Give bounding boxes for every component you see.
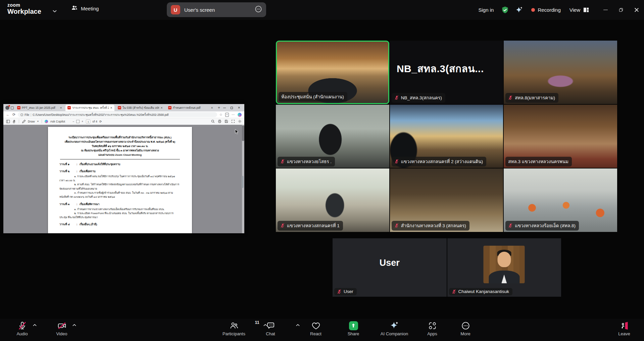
agenda-heading: วาระที่ ๔:เรื่องอื่นๆ (ถ้ามี) — [59, 223, 181, 227]
tab-title: กำหนดการหลังนธ.pdf — [173, 105, 209, 110]
restore-button[interactable] — [613, 0, 629, 20]
agenda-item: ๒. รายละเอียด PowerPoint ที่จะนำเสนอต่อ … — [59, 211, 181, 220]
pdf-file-icon — [118, 106, 121, 109]
zoom-out-icon[interactable]: − — [72, 120, 74, 123]
video-tile[interactable]: แขวงทางหลวงร้อยเอ็ด (สทล.8) — [504, 168, 617, 232]
react-button[interactable]: React — [296, 321, 336, 336]
browser-tab-2-active[interactable]: วาระการประชุม สนบ. ครั้งที่ 2-2568.p... … — [65, 105, 114, 111]
video-tile[interactable]: สทล.8(มหาสารคาม) — [504, 41, 617, 104]
screen-options-ellipsis-icon[interactable] — [255, 5, 262, 14]
chat-button[interactable]: Chat — [250, 321, 291, 336]
top-bar: zoom Workplace Meeting U User's screen S… — [0, 0, 644, 20]
back-icon[interactable]: ← — [6, 112, 10, 117]
pdf-scrollbar-thumb[interactable] — [242, 126, 244, 141]
share-button[interactable]: Share — [333, 321, 374, 336]
video-tile-chaiwut[interactable]: Chaiwut Kanjanasantisuk — [447, 238, 561, 297]
ai-companion-button[interactable]: AI Companion — [374, 321, 414, 336]
browser-minimize-icon[interactable] — [223, 108, 226, 108]
browser-profile-icon[interactable] — [5, 106, 9, 110]
video-tile-user[interactable]: User User — [333, 238, 447, 297]
tab-users-screen[interactable]: U User's screen — [167, 2, 266, 17]
heart-react-icon — [311, 321, 320, 330]
search-icon[interactable] — [211, 119, 215, 123]
page-number-input[interactable]: 1 — [86, 119, 90, 124]
logo-line2: Workplace — [7, 8, 41, 15]
participant-label: NB_สทล.3(สกลนคร) — [392, 93, 445, 103]
tab-close-icon[interactable]: ✕ — [60, 106, 62, 109]
bottom-participant-strip: User User Chaiwut Kanjanasantisuk — [333, 238, 561, 297]
tab-meeting[interactable]: Meeting — [71, 5, 99, 12]
view-button[interactable]: View — [569, 7, 589, 13]
workspace-dropdown-chevron-icon[interactable] — [52, 8, 57, 14]
participant-label: User — [334, 288, 357, 295]
browser-close-icon[interactable]: ✕ — [238, 106, 240, 109]
toc-sidebar-icon[interactable] — [6, 119, 10, 124]
video-button[interactable]: Video — [42, 321, 82, 336]
fit-page-icon[interactable] — [76, 120, 80, 123]
participant-label: แขวงทางหลวงยโสธร . — [278, 157, 335, 166]
close-button[interactable] — [629, 0, 644, 20]
tab-title: ใน 03B (สำหรับ) ข้อมเติม อ96.pdf — [122, 105, 159, 110]
draw-dropdown-chevron-icon: ▼ — [37, 120, 39, 123]
ask-copilot-button[interactable]: Ask Copilot — [45, 120, 65, 123]
audio-options-caret-icon[interactable] — [33, 324, 37, 327]
audio-button[interactable]: Audio — [2, 321, 42, 336]
rotate-icon[interactable]: ⟳ — [99, 120, 102, 123]
url-text: C:/Users/User/Desktop/สนบ/วาระการประชุมค… — [33, 112, 168, 117]
pdf-viewer-area[interactable]: ระเบียบวาระการประชุมเพื่อเตรียมการลงพื้น… — [3, 125, 244, 233]
video-options-caret-icon[interactable] — [72, 324, 77, 327]
shared-screen-scrollbar-thumb[interactable] — [242, 176, 244, 188]
ai-sparkle-icon[interactable] — [515, 6, 523, 14]
print-icon[interactable] — [218, 119, 221, 123]
hand-tool-icon[interactable] — [12, 119, 16, 124]
expand-icon[interactable] — [231, 119, 235, 123]
more-button[interactable]: More — [445, 321, 486, 336]
tab-actions-icon[interactable] — [11, 106, 14, 109]
recording-dot-icon — [531, 8, 535, 12]
collections-icon[interactable]: + — [225, 113, 229, 117]
more-label: More — [460, 331, 470, 336]
browser-tab-1[interactable]: PPT_สนบ 15 jan 2025.pdf ✕ — [15, 105, 64, 111]
video-tile-active-speaker[interactable]: ห้องประชุมสนั่น (สำนักแผนงาน) — [276, 41, 389, 104]
leave-button[interactable]: Leave — [604, 321, 644, 336]
agenda-item: ๑. รายละเอียดที่ ผสน.ขอให้มีการปรับปรุง … — [59, 175, 181, 183]
bookmark-star-icon[interactable]: ☆ — [219, 113, 222, 116]
tab-title: PPT_สนบ 15 jan 2025.pdf — [22, 105, 58, 110]
save-icon[interactable] — [225, 119, 228, 123]
video-tile[interactable]: แขวงทางหลวงสกลนครที่ 1 — [276, 168, 389, 232]
video-tile[interactable]: แขวงทางหลวงสกลนครที่ 2 (สว่างแดนดิน) — [390, 105, 503, 168]
participants-button[interactable]: 11 Participants — [214, 321, 254, 336]
sign-in-link[interactable]: Sign in — [479, 7, 494, 13]
zoom-in-icon[interactable]: + — [82, 120, 83, 123]
browser-restore-icon[interactable] — [231, 107, 233, 109]
browser-tab-4[interactable]: กำหนดการหลังนธ.pdf ✕ — [166, 105, 215, 111]
security-shield-icon[interactable] — [501, 6, 509, 14]
doc-title-line: เพื่อประกอบการประเมินผลโครงการของกรมทางห… — [59, 140, 181, 144]
browser-tab-3[interactable]: ใน 03B (สำหรับ) ข้อมเติม อ96.pdf ✕ — [116, 105, 165, 111]
settings-gear-icon[interactable] — [238, 119, 242, 123]
recording-indicator[interactable]: Recording — [531, 7, 560, 13]
pdf-page: ระเบียบวาระการประชุมเพื่อเตรียมการลงพื้น… — [48, 127, 192, 233]
more-menu-icon[interactable]: ⋯ — [232, 113, 235, 116]
video-tile[interactable]: NB_สทล.3(สกลน... NB_สทล.3(สกลนคร) — [390, 41, 503, 104]
refresh-icon[interactable]: ⟳ — [12, 112, 15, 117]
tab-close-icon[interactable]: ✕ — [160, 106, 163, 109]
close-icon — [634, 8, 639, 12]
participant-label: สทล.8(มหาสารคาม) — [505, 93, 558, 103]
tab-close-icon[interactable]: ✕ — [110, 106, 112, 109]
copilot-icon[interactable] — [238, 113, 242, 117]
new-tab-button[interactable]: + — [218, 105, 220, 110]
leave-label: Leave — [618, 331, 630, 336]
info-icon[interactable]: i — [20, 113, 23, 116]
video-tile[interactable]: สำนักงานทางหลวงที่ 3 (สกลนคร) — [390, 168, 503, 232]
draw-tool-button[interactable]: Draw ▼ — [22, 119, 39, 124]
minimize-button[interactable] — [598, 0, 613, 20]
agenda-item: ๓. กำหนดการและรายชื่อผู้เข้าร่วมลงพื้นที… — [59, 191, 181, 199]
url-box[interactable]: i File | C:/Users/User/Desktop/สนบ/วาระก… — [18, 112, 217, 117]
tab-close-icon[interactable]: ✕ — [211, 106, 213, 109]
ai-companion-label: AI Companion — [381, 331, 408, 336]
video-tile[interactable]: แขวงทางหลวงยโสธร . — [276, 105, 389, 168]
meeting-people-icon — [71, 5, 78, 12]
video-tile[interactable]: สทล.3 แขวงทางหลวงนครพนม — [504, 105, 617, 168]
doc-divider — [60, 159, 180, 159]
